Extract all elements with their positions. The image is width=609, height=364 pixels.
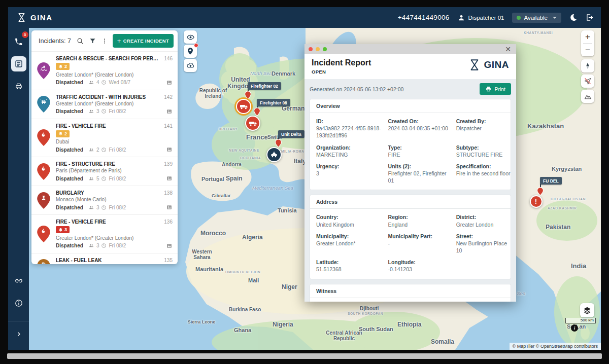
incident-list-item[interactable]: SEARCH & RESCUE - SEARCH FOR PERSON IN W… <box>31 51 178 90</box>
map-label: Portugal <box>201 176 224 182</box>
active-phone-number: +447441449006 <box>398 14 450 21</box>
witness-section: Witness Name: Elliot Campbell Phone: +42… <box>310 284 511 302</box>
field-value: 2024-03-04 08:35 +01:00 <box>388 125 452 132</box>
unit-marker[interactable] <box>266 147 282 162</box>
print-button[interactable]: Print <box>480 83 511 95</box>
map-canvas[interactable]: KHANTY-MANSINorth SeaDenmarkUnited Kingd… <box>29 28 601 350</box>
top-bar: GINA +447441449006 Dispatcher 01 Availab… <box>8 7 601 28</box>
incident-list-item[interactable]: TRAFFIC ACCIDENT - WITH INJURIES 142 Gre… <box>31 90 178 119</box>
section-heading: Overview <box>310 99 511 113</box>
more-options-button[interactable] <box>101 37 108 45</box>
incident-title: TRAFFIC ACCIDENT - WITH INJURIES <box>56 94 160 100</box>
incident-status: Dispatched <box>56 205 83 210</box>
map-sync-button[interactable] <box>184 59 197 72</box>
filter-button[interactable] <box>89 37 96 45</box>
rail-item-links[interactable] <box>11 273 26 288</box>
logout-button[interactable] <box>585 13 594 22</box>
clock-icon <box>101 176 107 181</box>
rail-item-info[interactable] <box>11 296 26 311</box>
window-minimize-dot[interactable] <box>316 47 320 51</box>
map-label: Algeria <box>242 234 263 241</box>
create-incident-button[interactable]: + CREATE INCIDENT <box>113 34 174 48</box>
info-icon <box>14 299 23 308</box>
field-label: Type: <box>388 144 452 151</box>
dark-mode-toggle[interactable] <box>569 13 578 22</box>
fuel-pin-icon <box>36 259 51 264</box>
unit-marker-label: FU DEL <box>540 177 562 185</box>
incident-list-icon <box>14 59 23 68</box>
map-label: Niger <box>282 283 297 290</box>
report-field: Type: FIRE <box>388 144 452 158</box>
terrain-button[interactable] <box>581 90 594 103</box>
unit-marker[interactable] <box>245 116 260 131</box>
user-icon <box>457 14 465 22</box>
incident-status: Dispatched <box>56 176 83 181</box>
map-label: KHANTY-MANSI <box>524 31 553 34</box>
incident-time: Fri 08/2 <box>109 243 126 248</box>
map-label: OCCITANIA <box>240 156 261 160</box>
zoom-in-button[interactable]: + <box>581 30 594 43</box>
flame-pin-icon <box>36 163 51 180</box>
report-field: Municipality Part: - <box>388 233 452 254</box>
rail-expand-button[interactable] <box>11 326 26 342</box>
map-label: Somalia <box>431 338 454 345</box>
compass-icon <box>584 62 592 70</box>
rail-item-incidents[interactable] <box>11 56 26 71</box>
clock-icon <box>101 147 107 153</box>
incident-list-item[interactable]: FIRE - STRUCTURE FIRE 139 Paris (Départe… <box>31 157 178 186</box>
incident-list-item[interactable]: FIRE - VEHICLE FIRE 141 2 Dubai Dispatch… <box>31 119 178 157</box>
rail-item-units[interactable] <box>11 79 26 94</box>
incident-number: 135 <box>164 258 173 263</box>
left-rail: 3 <box>8 28 29 350</box>
field-value: -0.141203 <box>388 266 452 273</box>
search-button[interactable] <box>76 37 84 45</box>
bell-icon <box>58 131 63 136</box>
modal-titlebar[interactable]: ✕ <box>304 44 516 54</box>
vehicle-icon <box>14 82 23 91</box>
incident-list-item[interactable]: BURGLARY 138 Monaco (Monte Carlo) Dispat… <box>31 186 178 214</box>
incident-number: 146 <box>164 56 173 61</box>
incident-list-item[interactable]: FIRE - VEHICLE FIRE 136 3 Greater London… <box>31 214 178 253</box>
report-field: Region: England <box>388 213 452 228</box>
incident-time: Fri 08/2 <box>109 205 126 210</box>
zoom-out-button[interactable]: − <box>581 44 594 56</box>
clock-icon <box>101 108 107 114</box>
moon-icon <box>569 13 578 22</box>
window-close-dot[interactable] <box>309 47 313 51</box>
map-visibility-button[interactable] <box>184 30 197 44</box>
units-icon <box>88 147 94 153</box>
units-icon <box>88 176 94 181</box>
photo-icon <box>166 175 173 181</box>
map-label: Kazakhstan <box>527 122 564 130</box>
field-label: Country: <box>316 213 384 221</box>
map-info-button[interactable]: i <box>571 324 578 332</box>
compass-button[interactable] <box>581 59 594 72</box>
search-icon <box>76 37 84 45</box>
field-value: Greater London* <box>316 240 384 247</box>
map-label: SOUTH KORDOFAN <box>348 312 383 315</box>
map-units-toggle-button[interactable] <box>184 45 197 58</box>
geolocate-button[interactable] <box>581 75 594 88</box>
report-field: Created By: Dispatcher <box>456 118 511 139</box>
incident-list-item[interactable]: LEAK - FUEL LEAK 135 Mesaieed (Zone 92) … <box>31 253 178 265</box>
field-value: England <box>388 221 452 228</box>
clock-icon <box>101 80 107 85</box>
incident-title: FIRE - STRUCTURE FIRE <box>56 161 160 167</box>
user-menu[interactable]: Dispatcher 01 <box>457 14 504 22</box>
layers-button[interactable] <box>580 303 594 317</box>
field-label: Created On: <box>388 118 452 125</box>
availability-dropdown[interactable]: Available <box>512 13 561 23</box>
unit-marker[interactable] <box>236 99 251 114</box>
close-icon[interactable]: ✕ <box>504 46 512 53</box>
map-label: AZAD KASHMIR <box>548 206 577 210</box>
field-value: New Burlington Place 10 <box>456 240 511 254</box>
unit-marker[interactable]: ! <box>530 195 543 208</box>
printer-icon <box>485 86 492 92</box>
units-icon <box>88 80 94 85</box>
report-field: Units (2): Firefighter 02, Firefighter 0… <box>388 163 452 185</box>
window-maximize-dot[interactable] <box>323 47 327 51</box>
report-field: Urgency: 3 <box>316 163 384 185</box>
flame-pin-icon <box>36 129 51 146</box>
rail-item-calls[interactable]: 3 <box>11 34 26 49</box>
incident-time: Fri 08/2 <box>109 147 126 153</box>
